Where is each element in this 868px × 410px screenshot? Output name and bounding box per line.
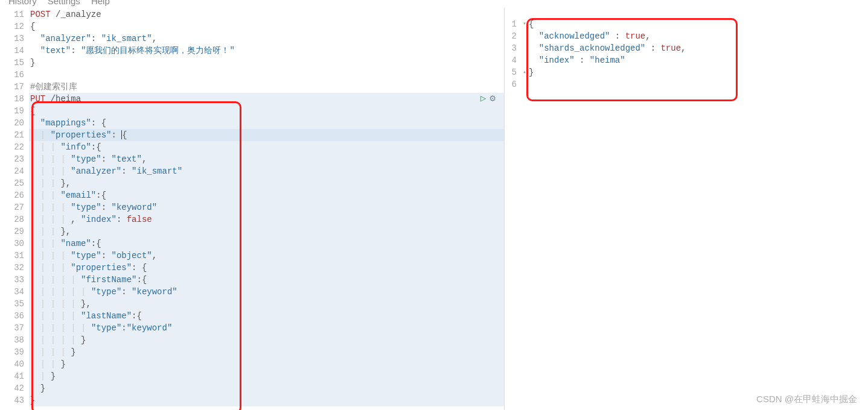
code-line[interactable]: 18PUT /heima▷⚙	[0, 93, 504, 105]
code-line[interactable]: 2 "acknowledged" : true,	[505, 30, 868, 42]
code-content[interactable]: | | | | },	[29, 298, 504, 310]
code-line[interactable]: 28 | | | , "index": false	[0, 213, 504, 226]
code-line[interactable]: 32 | | | "properties": {	[0, 262, 504, 274]
code-content[interactable]: "mappings": {	[29, 117, 504, 129]
code-content[interactable]: | | | , "index": false	[29, 213, 504, 226]
code-content[interactable]: | | | "properties": {	[29, 262, 504, 274]
code-line[interactable]: 35 | | | | },	[0, 298, 504, 310]
code-content[interactable]: #创建索引库	[29, 81, 504, 93]
fold-toggle[interactable]: ▾	[520, 18, 528, 30]
line-number: 42	[0, 382, 29, 394]
code-content[interactable]: | | }	[29, 358, 504, 370]
code-line[interactable]: 41 | }	[0, 370, 504, 382]
code-content[interactable]: "text": "愿我们的目标终将实现啊，奥力给呀！"	[29, 45, 504, 57]
code-content[interactable]	[29, 69, 504, 81]
request-editor[interactable]: 11POST /_analyze12{13 "analyzer": "ik_sm…	[0, 8, 505, 410]
fold-toggle[interactable]	[520, 54, 528, 66]
code-content[interactable]: | | | }	[29, 346, 504, 358]
code-content[interactable]: | | | | | "type": "keyword"	[29, 286, 504, 298]
code-content[interactable]: "acknowledged" : true,	[528, 30, 868, 42]
code-line[interactable]: 15}	[0, 57, 504, 69]
line-number: 26	[0, 189, 29, 201]
code-content[interactable]: | | "info":{	[29, 141, 504, 153]
fold-toggle[interactable]: ▴	[520, 66, 528, 78]
code-content[interactable]: | | | | }	[29, 334, 504, 346]
code-line[interactable]: 24 | | | "analyzer": "ik_smart"	[0, 165, 504, 177]
code-line[interactable]: 29 | | },	[0, 226, 504, 238]
code-line[interactable]: 27 | | | "type": "keyword"	[0, 201, 504, 213]
code-content[interactable]: | | | "type": "text",	[29, 153, 504, 165]
run-request-icon[interactable]: ▷	[480, 93, 487, 105]
code-line[interactable]: 3 "shards_acknowledged" : true,	[505, 42, 868, 54]
code-line[interactable]: 39 | | | }	[0, 346, 504, 358]
fold-toggle[interactable]	[520, 30, 528, 42]
code-line[interactable]: 16	[0, 69, 504, 81]
code-line[interactable]: 40 | | }	[0, 358, 504, 370]
menu-history[interactable]: History	[8, 0, 37, 6]
code-content[interactable]: {	[29, 105, 504, 117]
fold-toggle[interactable]	[520, 42, 528, 54]
code-line[interactable]: 12{	[0, 20, 504, 33]
code-content[interactable]: }	[528, 66, 868, 78]
code-line[interactable]: 42 }	[0, 382, 504, 394]
code-line[interactable]: 11POST /_analyze	[0, 8, 504, 20]
code-line[interactable]: 25 | | },	[0, 177, 504, 189]
code-content[interactable]: | | "email":{	[29, 189, 504, 201]
menu-settings[interactable]: Settings	[48, 0, 80, 6]
code-content[interactable]: | | },	[29, 226, 504, 238]
code-line[interactable]: 6	[505, 78, 868, 90]
code-content[interactable]: {	[528, 18, 868, 30]
code-line[interactable]: 4 "index" : "heima"	[505, 54, 868, 66]
line-number: 30	[0, 238, 29, 250]
code-content[interactable]: POST /_analyze	[29, 8, 504, 20]
code-content[interactable]: | "properties": {	[29, 129, 504, 141]
code-content[interactable]: "analyzer": "ik_smart",	[29, 33, 504, 45]
code-line[interactable]: 34 | | | | | "type": "keyword"	[0, 286, 504, 298]
fold-toggle[interactable]	[520, 78, 528, 90]
code-line[interactable]: 37 | | | | | "type":"keyword"	[0, 322, 504, 334]
code-line[interactable]: 17#创建索引库	[0, 81, 504, 93]
code-line[interactable]: 30 | | "name":{	[0, 238, 504, 250]
code-content[interactable]: | | | | "firstName":{	[29, 274, 504, 286]
code-content[interactable]: }	[29, 394, 504, 406]
code-line[interactable]: 23 | | | "type": "text",	[0, 153, 504, 165]
code-line[interactable]: 26 | | "email":{	[0, 189, 504, 201]
code-line[interactable]: 22 | | "info":{	[0, 141, 504, 153]
line-number: 5	[505, 66, 520, 78]
line-number: 25	[0, 177, 29, 189]
code-content[interactable]: | | | "type": "keyword"	[29, 201, 504, 213]
line-number: 13	[0, 33, 29, 45]
line-number: 27	[0, 201, 29, 213]
code-line[interactable]: 19{	[0, 105, 504, 117]
code-content[interactable]: | | },	[29, 177, 504, 189]
code-line[interactable]: 14 "text": "愿我们的目标终将实现啊，奥力给呀！"	[0, 45, 504, 57]
line-number: 41	[0, 370, 29, 382]
code-line[interactable]: 1▾{	[505, 18, 868, 30]
code-content[interactable]: | | | | | "type":"keyword"	[29, 322, 504, 334]
code-line[interactable]: 20 "mappings": {	[0, 117, 504, 129]
code-content[interactable]: | | | "analyzer": "ik_smart"	[29, 165, 504, 177]
line-number: 32	[0, 262, 29, 274]
code-content[interactable]: PUT /heima▷⚙	[29, 93, 504, 105]
code-content[interactable]	[528, 78, 868, 90]
code-line[interactable]: 5▴}	[505, 66, 868, 78]
wrench-icon[interactable]: ⚙	[490, 93, 496, 105]
code-content[interactable]: }	[29, 57, 504, 69]
code-line[interactable]: 38 | | | | }	[0, 334, 504, 346]
code-content[interactable]: | | | "type": "object",	[29, 250, 504, 262]
code-content[interactable]: "index" : "heima"	[528, 54, 868, 66]
code-line[interactable]: 36 | | | | "lastName":{	[0, 310, 504, 322]
code-line[interactable]: 13 "analyzer": "ik_smart",	[0, 33, 504, 45]
code-content[interactable]: {	[29, 20, 504, 33]
code-content[interactable]: | }	[29, 370, 504, 382]
code-content[interactable]: | | "name":{	[29, 238, 504, 250]
code-line[interactable]: 31 | | | "type": "object",	[0, 250, 504, 262]
code-content[interactable]: | | | | "lastName":{	[29, 310, 504, 322]
code-line[interactable]: 21 | "properties": {	[0, 129, 504, 141]
code-content[interactable]: "shards_acknowledged" : true,	[528, 42, 868, 54]
code-line[interactable]: 33 | | | | "firstName":{	[0, 274, 504, 286]
line-number: 37	[0, 322, 29, 334]
menu-help[interactable]: Help	[91, 0, 110, 6]
code-content[interactable]: }	[29, 382, 504, 394]
code-line[interactable]: 43}	[0, 394, 504, 406]
